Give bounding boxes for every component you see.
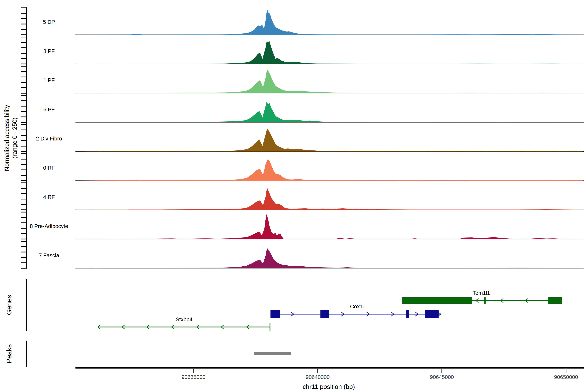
- track-label-6-pf: 6 PF: [43, 106, 55, 113]
- track-signal-2-div-fibro: [77, 129, 584, 152]
- gene-exon-cox11: [406, 310, 409, 318]
- track-signal-7-fascia: [77, 248, 584, 268]
- track-signal-6-pf: [77, 102, 584, 122]
- track-signal-5-dp: [77, 9, 584, 35]
- y-axis-title: Normalized accessibility (range 0 - 250): [3, 105, 18, 171]
- y-axis-title-line2: (range 0 - 250): [11, 105, 18, 171]
- track-label-3-pf: 3 PF: [43, 48, 55, 54]
- gene-label-tom1l1: Tom1l1: [473, 290, 490, 296]
- gene-exon-cox11: [320, 310, 329, 318]
- x-axis-tick-label: 90640000: [306, 374, 330, 380]
- gene-exon-tom1l1: [548, 297, 562, 304]
- track-signal-1-pf: [77, 69, 584, 93]
- peaks-section-label: Peaks: [5, 344, 13, 364]
- track-signal-4-rf: [77, 187, 584, 210]
- gene-label-cox11: Cox11: [350, 304, 365, 310]
- gene-exon-tom1l1: [402, 297, 472, 304]
- x-axis-tick-label: 90650000: [554, 374, 578, 380]
- track-label-0-rf: 0 RF: [43, 165, 55, 171]
- genome-browser-figure: Normalized accessibility (range 0 - 250)…: [0, 0, 588, 392]
- gene-exon-tom1l1: [484, 297, 486, 304]
- gene-label-stxbp4: Stxbp4: [176, 316, 192, 322]
- track-label-4-rf: 4 RF: [43, 194, 55, 200]
- track-label-7-fascia: 7 Fascia: [39, 252, 59, 258]
- plot-canvas: [0, 0, 588, 392]
- y-axis-title-line1: Normalized accessibility: [3, 105, 11, 171]
- track-label-5-dp: 5 DP: [43, 19, 55, 25]
- x-axis-title: chr11 position (bp): [303, 383, 355, 390]
- track-label-8-pre-adipocyte: 8 Pre-Adipocyte: [30, 223, 68, 229]
- peak-region-bar: [254, 352, 291, 355]
- x-axis-tick-label: 90635000: [182, 374, 206, 380]
- gene-exon-cox11: [270, 310, 280, 318]
- gene-exon-cox11: [425, 310, 438, 318]
- track-signal-8-pre-adipocyte: [77, 214, 584, 239]
- track-signal-0-rf: [77, 160, 584, 181]
- gene-tss-bar-stxbp4: [270, 323, 270, 331]
- track-label-1-pf: 1 PF: [43, 77, 55, 84]
- track-label-2-div-fibro: 2 Div Fibro: [36, 136, 62, 142]
- genes-section-label: Genes: [5, 295, 13, 315]
- track-signal-3-pf: [77, 41, 584, 64]
- x-axis-tick-label: 90645000: [430, 374, 454, 380]
